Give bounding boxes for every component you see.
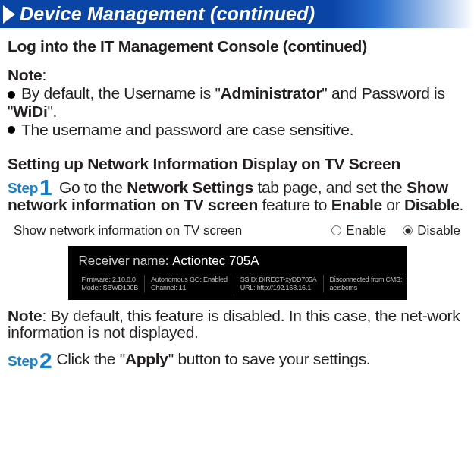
section-header-title: Device Management (continued) (20, 3, 315, 25)
text: or (382, 196, 404, 213)
step-2-block: Step 2 Click the "Apply" button to save … (8, 349, 466, 370)
text: By default, the Username is " (21, 84, 221, 102)
note-bullet-1: By default, the Username is "Administrat… (8, 84, 466, 121)
step-1-block: Step 1 Go to the Network Settings tab pa… (8, 176, 466, 214)
step-label: Step (8, 353, 38, 370)
step-marker-2: Step 2 (8, 349, 52, 370)
tab-name: Network Settings (127, 178, 253, 196)
cms-name: aeisbcms (330, 284, 403, 292)
model-number: Model: SBWD100B (82, 284, 139, 292)
tv-info-panel: Receiver name: Actiontec 705A Firmware: … (68, 246, 407, 300)
url: URL: http://192.168.16.1 (240, 284, 317, 292)
tv-col-4: Disconnected from CMS: aeisbcms (324, 275, 409, 292)
bullet-icon (8, 91, 15, 99)
bullet-icon (8, 126, 15, 134)
note-bullet-2: The username and password are case sensi… (8, 121, 466, 139)
text: The username and password are case sensi… (21, 121, 353, 139)
password-default: WiDi (13, 102, 47, 120)
tv-col-1: Firmware: 2.10.8.0 Model: SBWD100B (76, 275, 146, 292)
triangle-right-icon (3, 5, 15, 24)
note-block: Note: (8, 66, 466, 84)
channel: Channel: 11 (151, 284, 228, 292)
note-label: Note (8, 307, 42, 324)
text: ". (47, 102, 57, 120)
radio-icon (403, 225, 413, 235)
tv-col-3: SSID: DIRECT-xyDD705A URL: http://192.16… (234, 275, 324, 292)
step-number: 2 (39, 351, 52, 370)
text: " button to save your settings. (168, 350, 371, 367)
radio-option-enable[interactable]: Enable (331, 223, 386, 238)
tv-info-columns: Firmware: 2.10.8.0 Model: SBWD100B Auton… (68, 275, 407, 292)
cms-status: Disconnected from CMS: (330, 276, 403, 283)
radio-setting-row: Show network information on TV screen En… (14, 223, 460, 238)
text: . (460, 196, 464, 213)
autonomous-go: Autonomous GO: Enabled (151, 276, 228, 283)
ssid: SSID: DIRECT-xyDD705A (240, 276, 317, 283)
text: feature to (258, 196, 331, 213)
section-header: Device Management (continued) (0, 0, 474, 28)
text: tab page, and set the (253, 178, 407, 196)
tv-panel-title: Receiver name: Actiontec 705A (68, 254, 407, 275)
radio-label: Disable (417, 223, 460, 238)
tv-col-2: Autonomous GO: Enabled Channel: 11 (145, 275, 234, 292)
tv-title-prefix: Receiver name: (79, 254, 173, 268)
receiver-name: Actiontec 705A (172, 254, 259, 268)
note-block-2: Note: By default, this feature is disabl… (8, 307, 466, 342)
value-disable: Disable (404, 196, 460, 213)
note-label: Note (8, 66, 42, 84)
radio-icon (331, 225, 341, 235)
radio-label: Enable (346, 223, 386, 238)
radio-option-disable[interactable]: Disable (403, 223, 460, 238)
username-default: Administrator (221, 84, 322, 102)
subsection-title: Log into the IT Management Console (cont… (8, 37, 466, 55)
section-title-setup: Setting up Network Information Display o… (8, 155, 466, 173)
radio-setting-label: Show network information on TV screen (14, 223, 315, 238)
value-enable: Enable (331, 196, 382, 213)
text: Go to the (59, 178, 127, 196)
firmware-version: Firmware: 2.10.8.0 (82, 276, 139, 283)
page-content: Log into the IT Management Console (cont… (0, 28, 474, 370)
step-number: 1 (39, 178, 52, 197)
text: Click the " (56, 350, 125, 367)
step-marker-1: Step 1 (8, 176, 52, 196)
note-text: : By default, this feature is disabled. … (8, 307, 460, 342)
apply-button-name: Apply (125, 350, 168, 367)
step-label: Step (8, 180, 38, 196)
